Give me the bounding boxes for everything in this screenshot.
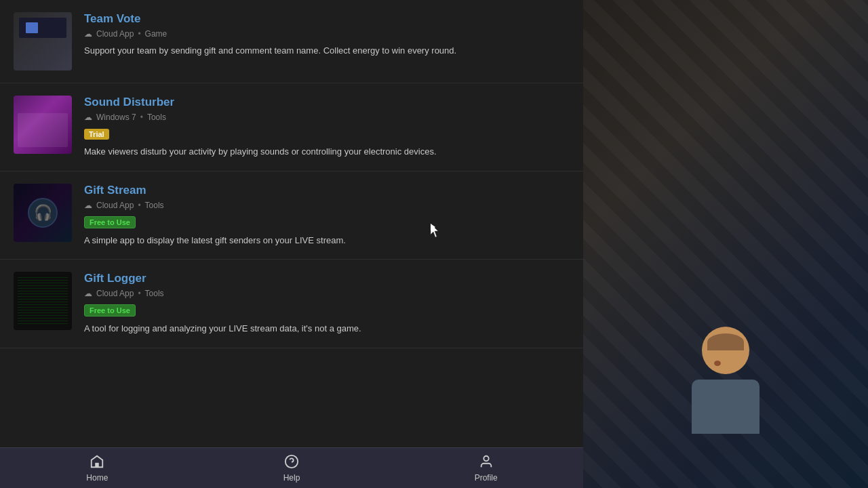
- svg-rect-0: [96, 462, 100, 466]
- app-desc-gift-stream: A simple app to display the latest gift …: [84, 234, 570, 247]
- thumbnail-sound-disturber: [14, 96, 72, 154]
- app-desc-gift-logger: A tool for logging and analyzing your LI…: [84, 322, 570, 336]
- category-sound-disturber: Tools: [147, 113, 166, 122]
- nav-help-label: Help: [283, 473, 300, 483]
- thumbnail-gift-logger: [14, 272, 72, 330]
- app-title-gift-stream[interactable]: Gift Stream: [84, 184, 570, 197]
- category-gift-logger: Tools: [145, 289, 164, 298]
- separator-gift-stream: •: [138, 201, 140, 210]
- thumbnail-gift-stream: [14, 184, 72, 242]
- help-icon: [284, 454, 299, 471]
- category-team-vote: Game: [145, 29, 167, 39]
- app-meta-sound-disturber: ☁ Windows 7 • Tools: [84, 113, 570, 122]
- category-gift-stream: Tools: [145, 201, 164, 210]
- webcam-content: [583, 0, 868, 488]
- platform-icon-gift-stream: ☁: [84, 201, 92, 210]
- badge-gift-logger: Free to Use: [84, 304, 136, 317]
- nav-profile[interactable]: Profile: [389, 448, 583, 488]
- badge-gift-stream: Free to Use: [84, 216, 136, 228]
- nav-help[interactable]: Help: [195, 448, 389, 488]
- app-info-gift-stream: Gift Stream ☁ Cloud App • Tools Free to …: [84, 184, 570, 247]
- app-meta-gift-stream: ☁ Cloud App • Tools: [84, 201, 570, 210]
- app-item-gift-logger[interactable]: Gift Logger ☁ Cloud App • Tools Free to …: [0, 260, 583, 348]
- separator-team-vote: •: [138, 29, 140, 39]
- app-container: Team Vote ☁ Cloud App • Game Support you…: [0, 0, 583, 488]
- platform-gift-logger: Cloud App: [96, 289, 134, 298]
- app-info-gift-logger: Gift Logger ☁ Cloud App • Tools Free to …: [84, 272, 570, 336]
- app-title-team-vote[interactable]: Team Vote: [84, 12, 570, 26]
- app-title-sound-disturber[interactable]: Sound Disturber: [84, 96, 570, 109]
- person-body: [692, 380, 760, 434]
- webcam-overlay: [583, 0, 868, 488]
- app-meta-gift-logger: ☁ Cloud App • Tools: [84, 289, 570, 298]
- platform-sound-disturber: Windows 7: [96, 113, 136, 122]
- person-silhouette: [692, 327, 760, 434]
- profile-icon: [479, 454, 494, 471]
- bottom-nav: Home Help Profile: [0, 447, 583, 488]
- badge-sound-disturber: Trial: [84, 129, 109, 140]
- scroll-content[interactable]: Team Vote ☁ Cloud App • Game Support you…: [0, 0, 583, 447]
- platform-icon-gift-logger: ☁: [84, 289, 92, 298]
- app-item-gift-stream[interactable]: Gift Stream ☁ Cloud App • Tools Free to …: [0, 171, 583, 260]
- nav-home[interactable]: Home: [0, 448, 195, 488]
- separator-gift-logger: •: [138, 289, 140, 298]
- separator-sound-disturber: •: [140, 113, 143, 122]
- app-info-team-vote: Team Vote ☁ Cloud App • Game Support you…: [84, 12, 570, 58]
- nav-profile-label: Profile: [475, 473, 498, 483]
- app-info-sound-disturber: Sound Disturber ☁ Windows 7 • Tools Tria…: [84, 96, 570, 159]
- app-desc-team-vote: Support your team by sending gift and co…: [84, 44, 570, 58]
- home-icon: [90, 454, 104, 471]
- platform-team-vote: Cloud App: [96, 29, 134, 39]
- app-desc-sound-disturber: Make viewers disturb your activity by pl…: [84, 145, 570, 159]
- app-item-team-vote[interactable]: Team Vote ☁ Cloud App • Game Support you…: [0, 0, 583, 83]
- app-title-gift-logger[interactable]: Gift Logger: [84, 272, 570, 285]
- platform-icon-sound-disturber: ☁: [84, 113, 92, 122]
- person-head: [702, 327, 749, 374]
- platform-icon-team-vote: ☁: [84, 29, 92, 39]
- app-meta-team-vote: ☁ Cloud App • Game: [84, 29, 570, 39]
- nav-home-label: Home: [86, 473, 108, 483]
- app-item-sound-disturber[interactable]: Sound Disturber ☁ Windows 7 • Tools Tria…: [0, 83, 583, 171]
- thumbnail-team-vote: [14, 12, 72, 70]
- svg-point-3: [484, 455, 488, 460]
- platform-gift-stream: Cloud App: [96, 201, 134, 210]
